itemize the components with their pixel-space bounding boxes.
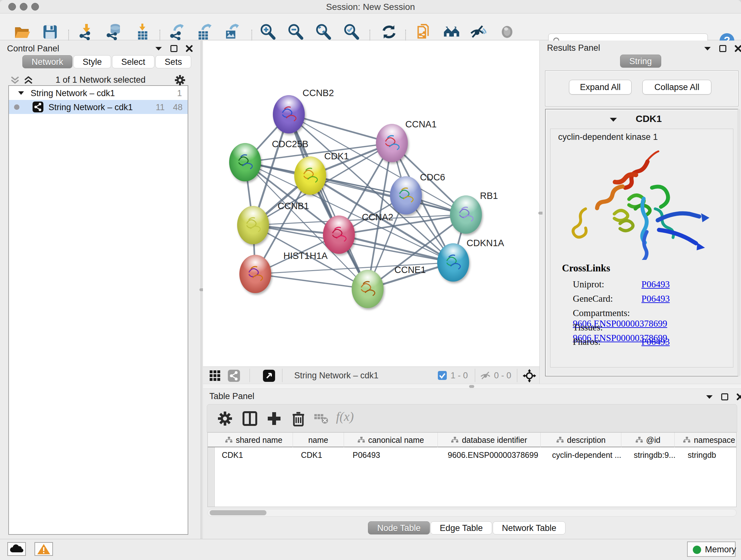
expand-all-button[interactable]: Expand All	[569, 80, 631, 95]
delete-column-icon[interactable]	[289, 410, 307, 428]
tab-network[interactable]: Network	[22, 55, 72, 68]
cell-name: CDK1	[294, 448, 346, 462]
memory-button[interactable]: Memory	[687, 542, 736, 557]
node-ccna1[interactable]	[376, 124, 408, 162]
gear-icon[interactable]	[174, 74, 186, 86]
tab-style[interactable]: Style	[73, 55, 111, 68]
node-cdc6[interactable]	[390, 176, 422, 214]
node-cdc25b[interactable]	[229, 143, 261, 181]
network-view-title: String Network – cdk1	[294, 371, 379, 381]
panel-close-icon[interactable]	[186, 45, 193, 52]
crosslink-link[interactable]: P06493	[642, 336, 670, 347]
show-glass-icon[interactable]	[498, 23, 516, 41]
node-cdk1[interactable]	[294, 157, 326, 195]
network-row[interactable]: String Network – cdk11148	[9, 100, 188, 114]
zoom-out-icon[interactable]	[287, 23, 304, 41]
cell-description: cyclin-dependent ...	[545, 448, 627, 462]
column-header-shared-name[interactable]: shared name	[215, 433, 293, 447]
column-header-name[interactable]: name	[293, 433, 344, 447]
function-builder-icon[interactable]: f(x)	[336, 409, 365, 427]
node-ccna2[interactable]	[323, 215, 355, 254]
crosslink-row: Pharos:P06493	[573, 336, 670, 347]
column-header-namespace[interactable]: namespace	[675, 433, 737, 447]
protein-structure-image	[563, 148, 717, 260]
zoom-fit-icon[interactable]	[315, 23, 332, 41]
title-bar: Session: New Session	[0, 0, 741, 13]
column-header-canonical-name[interactable]: canonical name	[344, 433, 438, 447]
panel-menu-icon[interactable]	[706, 395, 713, 399]
cloud-button[interactable]	[7, 542, 26, 556]
collapse-entry-icon[interactable]	[610, 117, 617, 122]
protein-thumbnail	[390, 176, 422, 214]
node-ccne1[interactable]	[352, 270, 384, 308]
panel-menu-icon[interactable]	[704, 46, 711, 51]
column-type-icon	[225, 436, 232, 443]
results-button-box: Expand All Collapse All	[545, 71, 738, 106]
network-canvas[interactable]: CCNB2CCNA1CDC25BCDK1CDC6RB1CCNB1CCNA2CDK…	[203, 41, 539, 367]
save-session-icon[interactable]	[42, 23, 59, 41]
node-cdkn1a[interactable]	[437, 243, 469, 282]
network-collection-row[interactable]: String Network – cdk11	[9, 86, 188, 100]
refresh-icon[interactable]	[381, 23, 398, 41]
table-row[interactable]: CDK1CDK1P064939606.ENSP00000378699cyclin…	[215, 448, 737, 462]
crosslink-link[interactable]: P06493	[642, 294, 670, 304]
protein-thumbnail	[294, 157, 326, 195]
tab-edge-table[interactable]: Edge Table	[430, 521, 492, 535]
column-header-description[interactable]: description	[541, 433, 621, 447]
window-title: Session: New Session	[0, 2, 741, 12]
node-ccnb1[interactable]	[237, 206, 269, 244]
import-network-file-icon[interactable]	[78, 23, 95, 41]
add-column-icon[interactable]	[265, 410, 283, 428]
splitter-handle[interactable]	[469, 385, 474, 388]
export-network-icon[interactable]	[169, 23, 186, 41]
fit-content-icon[interactable]	[523, 369, 536, 382]
column-type-icon	[451, 436, 459, 443]
results-panel: Results Panel String Expand All Collapse…	[542, 41, 741, 384]
protein-thumbnail	[437, 243, 469, 282]
crosslink-link[interactable]: P06493	[642, 279, 670, 289]
hide-glass-icon[interactable]	[469, 23, 486, 41]
delete-table-icon[interactable]	[314, 412, 328, 425]
network-selection-status: 1 of 1 Network selected	[0, 75, 201, 85]
import-table-icon[interactable]	[133, 23, 151, 41]
export-table-icon[interactable]	[196, 23, 213, 41]
column-header-database-identifier[interactable]: database identifier	[438, 433, 541, 447]
tab-node-table[interactable]: Node Table	[368, 521, 430, 535]
node-rb1[interactable]	[450, 195, 482, 234]
string-home-icon[interactable]	[443, 23, 460, 41]
hidden-eye-icon[interactable]	[480, 371, 491, 380]
panel-close-icon[interactable]	[735, 45, 741, 52]
network-view-icon[interactable]	[228, 370, 240, 382]
panel-close-icon[interactable]	[737, 393, 741, 400]
tree-expand-icon[interactable]	[18, 91, 24, 95]
node-ccnb2[interactable]	[273, 95, 305, 133]
gear-icon[interactable]	[216, 410, 234, 428]
zoom-in-icon[interactable]	[259, 23, 276, 41]
zoom-selected-icon[interactable]	[343, 23, 360, 41]
node-hist1h1a[interactable]	[239, 255, 271, 293]
column-label: namespace	[694, 435, 735, 445]
export-image-icon[interactable]	[223, 23, 241, 41]
tab-string[interactable]: String	[620, 55, 661, 68]
panel-float-icon[interactable]	[171, 45, 178, 52]
collapse-all-button[interactable]: Collapse All	[643, 80, 711, 95]
tab-network-table[interactable]: Network Table	[493, 521, 566, 535]
columns-icon[interactable]	[241, 410, 259, 428]
gene-entry-header[interactable]: CDK1	[546, 110, 737, 128]
control-panel-header-icons	[155, 45, 193, 52]
panel-float-icon[interactable]	[721, 393, 728, 400]
table-hscrollbar-thumb[interactable]	[210, 510, 266, 515]
share-document-icon[interactable]	[415, 23, 433, 41]
column-header--id[interactable]: @id	[621, 433, 675, 447]
grid-view-icon[interactable]	[209, 370, 221, 381]
selected-checkbox-icon[interactable]	[438, 371, 447, 380]
warning-button[interactable]	[35, 542, 53, 556]
tab-select[interactable]: Select	[112, 55, 154, 68]
open-file-icon[interactable]	[13, 23, 30, 41]
tab-sets[interactable]: Sets	[155, 55, 191, 68]
import-network-database-icon[interactable]	[105, 23, 123, 41]
birds-eye-view-icon[interactable]	[263, 370, 275, 382]
results-scrollbar[interactable]	[737, 109, 740, 376]
panel-menu-icon[interactable]	[155, 46, 162, 51]
panel-float-icon[interactable]	[719, 45, 726, 52]
